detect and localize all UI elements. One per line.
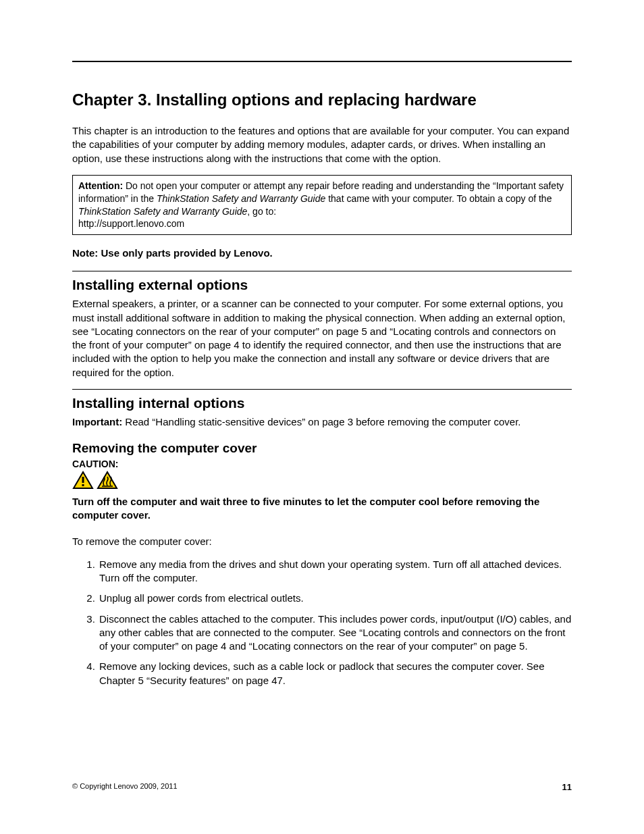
heading-removing-cover: Removing the computer cover (72, 441, 572, 456)
warning-triangle-icon (72, 471, 94, 492)
steps-list: Remove any media from the drives and shu… (72, 558, 572, 687)
caution-text: Turn off the computer and wait three to … (72, 495, 572, 523)
cover-intro: To remove the computer cover: (72, 535, 572, 548)
top-horizontal-rule (72, 61, 572, 62)
step-item: Unplug all power cords from electrical o… (98, 592, 572, 605)
hot-surface-triangle-icon (97, 471, 118, 492)
caution-label: CAUTION: (72, 459, 572, 469)
section-rule-1 (72, 271, 572, 271)
chapter-title: Chapter 3. Installing options and replac… (72, 90, 572, 109)
attention-text-2: that came with your computer. To obtain … (325, 193, 552, 204)
important-text: Read “Handling static-sensitive devices”… (122, 416, 520, 427)
paragraph-external-options: External speakers, a printer, or a scann… (72, 297, 572, 380)
important-line: Important: Read “Handling static-sensiti… (72, 415, 572, 429)
svg-rect-2 (82, 484, 84, 486)
section-rule-2 (72, 389, 572, 390)
attention-italic-2: ThinkStation Safety and Warranty Guide (78, 206, 247, 217)
svg-rect-1 (82, 477, 84, 483)
document-page: Chapter 3. Installing options and replac… (0, 0, 644, 834)
attention-label: Attention: (78, 180, 123, 191)
step-item: Remove any media from the drives and shu… (98, 558, 572, 585)
attention-italic-1: ThinkStation Safety and Warranty Guide (157, 193, 325, 204)
heading-internal-options: Installing internal options (72, 395, 572, 411)
note-text: Note: Use only parts provided by Lenovo. (72, 247, 572, 259)
heading-external-options: Installing external options (72, 277, 572, 293)
page-number: 11 (562, 782, 572, 792)
intro-paragraph: This chapter is an introduction to the f… (72, 124, 572, 165)
attention-url: http://support.lenovo.com (78, 218, 184, 229)
step-item: Disconnect the cables attached to the co… (98, 613, 572, 654)
caution-icons-row (72, 471, 572, 492)
page-footer: © Copyright Lenovo 2009, 2011 11 (72, 782, 572, 792)
attention-text-3: , go to: (247, 206, 276, 217)
copyright-text: © Copyright Lenovo 2009, 2011 (72, 782, 178, 792)
important-label: Important: (72, 416, 122, 427)
step-item: Remove any locking devices, such as a ca… (98, 660, 572, 687)
attention-box: Attention: Do not open your computer or … (72, 175, 572, 236)
